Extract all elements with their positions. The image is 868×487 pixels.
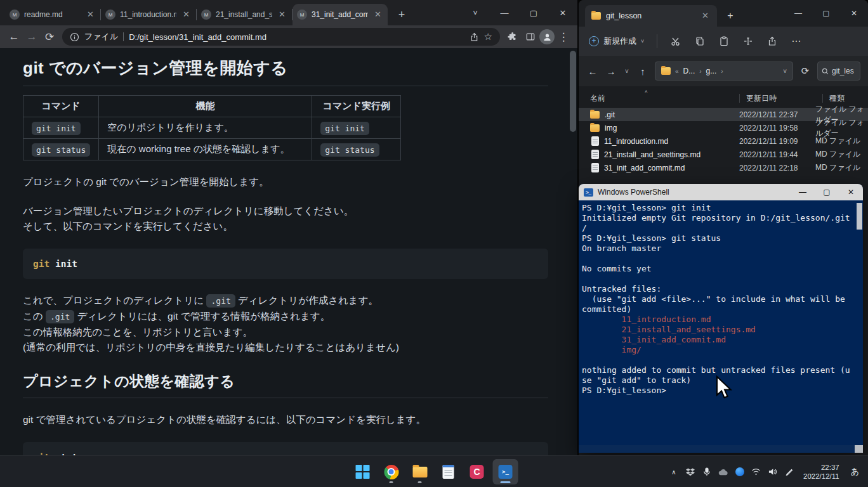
profile-avatar[interactable] (539, 29, 555, 44)
taskbar: C >_ ∧ (0, 455, 868, 487)
taskbar-chrome-icon[interactable] (379, 459, 404, 484)
code-block-git-init: git init (23, 249, 548, 279)
minimize-button[interactable]: — (490, 0, 519, 25)
column-header-modified[interactable]: 更新日時 (746, 93, 822, 104)
console-horizontal-scrollbar[interactable] (579, 445, 855, 453)
refresh-icon[interactable]: ⟳ (799, 65, 812, 77)
share-icon[interactable] (470, 32, 479, 42)
browser-tab-install[interactable]: M 21_install_and_seettings.md ✕ (197, 4, 292, 25)
file-row-init-add-commit[interactable]: 31_init_add_commit.md 2022/12/11 22:18 M… (579, 161, 868, 174)
running-indicator (390, 481, 393, 483)
hidden-icons-chevron[interactable]: ∧ (669, 469, 679, 476)
reload-icon[interactable]: ⟳ (41, 28, 58, 46)
command-table: コマンド 機能 コマンド実行例 git init 空のリポジトリを作ります。 g… (23, 95, 401, 160)
inline-code: .git (206, 294, 235, 308)
taskbar-powershell-icon[interactable]: >_ (493, 459, 518, 484)
scrollbar-thumb[interactable] (570, 51, 576, 132)
taskbar-clock[interactable]: 22:37 2022/12/11 (803, 463, 839, 481)
tab-search-button[interactable]: ˅ (461, 0, 490, 25)
tab-close-icon[interactable]: ✕ (700, 11, 711, 22)
tab-close-icon[interactable]: ✕ (181, 10, 192, 20)
new-item-button[interactable]: + 新規作成 ˅ (589, 36, 644, 47)
console-line (582, 274, 853, 284)
browser-tab-init-add-commit[interactable]: M 31_init_add_commit.md ✕ (293, 4, 388, 25)
share-icon[interactable] (766, 36, 778, 47)
extensions-puzzle-icon[interactable] (504, 28, 522, 46)
desktop: M readme.md ✕ M 11_introduction.md ✕ M 2… (0, 0, 868, 487)
wifi-icon[interactable] (751, 468, 761, 476)
breadcrumb-segment[interactable]: g... (706, 67, 717, 75)
cloud-icon[interactable] (718, 469, 728, 476)
inline-code: .git (46, 310, 74, 323)
powershell-titlebar[interactable]: >_ Windows PowerShell — ▢ ✕ (579, 184, 863, 200)
tab-title: 11_introduction.md (120, 10, 176, 19)
minimize-button[interactable]: — (784, 0, 812, 27)
side-panel-icon[interactable] (522, 28, 539, 46)
markdown-favicon: M (297, 10, 307, 20)
back-icon[interactable]: ← (5, 28, 23, 46)
bookmark-star-icon[interactable]: ☆ (484, 31, 492, 42)
column-header-type[interactable]: 種類 (829, 93, 868, 104)
paste-icon[interactable] (718, 36, 730, 47)
more-options-icon[interactable]: ⋯ (791, 36, 802, 47)
back-icon[interactable]: ← (586, 66, 599, 77)
new-item-label: 新規作成 (603, 36, 636, 47)
close-button[interactable]: ✕ (548, 0, 577, 25)
up-icon[interactable]: ↑ (636, 66, 649, 77)
folder-icon (591, 12, 601, 20)
table-cell-text: 空のリポジトリを作ります。 (107, 122, 233, 133)
explorer-new-tab-button[interactable]: + (722, 8, 739, 24)
browser-tab-introduction[interactable]: M 11_introduction.md ✕ (101, 4, 196, 25)
address-bar[interactable]: ファイル D:/git_lesson/31_init_add_commit.md… (62, 28, 500, 46)
search-input[interactable]: git_les (817, 62, 860, 81)
new-tab-button[interactable]: + (393, 6, 411, 23)
powershell-title: Windows PowerShell (598, 188, 669, 197)
volume-icon[interactable] (768, 468, 778, 476)
breadcrumb-segment[interactable]: D... (683, 67, 695, 75)
maximize-button[interactable]: ▢ (812, 0, 840, 27)
close-button[interactable]: ✕ (839, 184, 863, 200)
column-header-name[interactable]: 名前 (590, 93, 739, 104)
breadcrumb[interactable]: « D... › g... › ˅ (655, 62, 793, 81)
chevron-down-icon[interactable]: ˅ (623, 68, 631, 75)
maximize-button[interactable]: ▢ (519, 0, 548, 25)
browser-tab-readme[interactable]: M readme.md ✕ (5, 4, 100, 25)
taskbar-clipchamp-icon[interactable]: C (464, 459, 490, 484)
minimize-button[interactable]: — (791, 184, 815, 200)
mic-icon[interactable] (702, 467, 712, 476)
blue-app-icon[interactable] (735, 467, 745, 476)
console-scrollbar-thumb[interactable] (857, 203, 862, 230)
tab-close-icon[interactable]: ✕ (277, 10, 287, 20)
rename-icon[interactable] (742, 36, 754, 47)
chevron-down-icon[interactable]: ˅ (783, 68, 787, 75)
browser-menu-icon[interactable]: ⋮ (555, 28, 572, 46)
forward-icon[interactable]: → (605, 66, 617, 77)
cut-icon[interactable] (670, 36, 681, 47)
explorer-tab[interactable]: git_lesson ✕ (585, 5, 717, 27)
file-row-install[interactable]: 21_install_and_seettings.md 2022/12/11 1… (579, 148, 868, 161)
console-line: On branch master (582, 244, 853, 254)
powershell-icon: >_ (499, 465, 513, 479)
ime-indicator[interactable]: あ (851, 466, 859, 477)
page-scrollbar[interactable] (570, 51, 576, 451)
tab-title: 21_install_and_seettings.md (216, 10, 272, 19)
list-column-headers: ˄ 名前 更新日時 種類 (579, 89, 868, 108)
breadcrumb-overflow-icon[interactable]: « (675, 68, 679, 75)
taskbar-explorer-icon[interactable] (407, 459, 433, 484)
console-output[interactable]: PS D:¥git_lesson> git init Initialized e… (579, 200, 863, 453)
tab-close-icon[interactable]: ✕ (372, 10, 383, 20)
file-row-introduction[interactable]: 11_introduction.md 2022/12/11 19:09 MD フ… (579, 134, 868, 148)
dropbox-icon[interactable] (685, 468, 695, 476)
close-button[interactable]: ✕ (840, 0, 868, 27)
start-button[interactable] (350, 459, 376, 484)
plus-icon: + (589, 36, 599, 46)
forward-icon[interactable]: → (23, 28, 41, 46)
pen-icon[interactable] (784, 468, 794, 476)
page-info-icon[interactable] (70, 32, 79, 42)
tab-close-icon[interactable]: ✕ (85, 10, 96, 20)
file-row-img[interactable]: img 2022/12/11 19:58 ファイル フォルダー (579, 121, 868, 134)
maximize-button[interactable]: ▢ (815, 184, 839, 200)
copy-icon[interactable] (694, 36, 706, 47)
taskbar-notepad-icon[interactable] (436, 459, 461, 484)
folder-icon (590, 124, 600, 132)
